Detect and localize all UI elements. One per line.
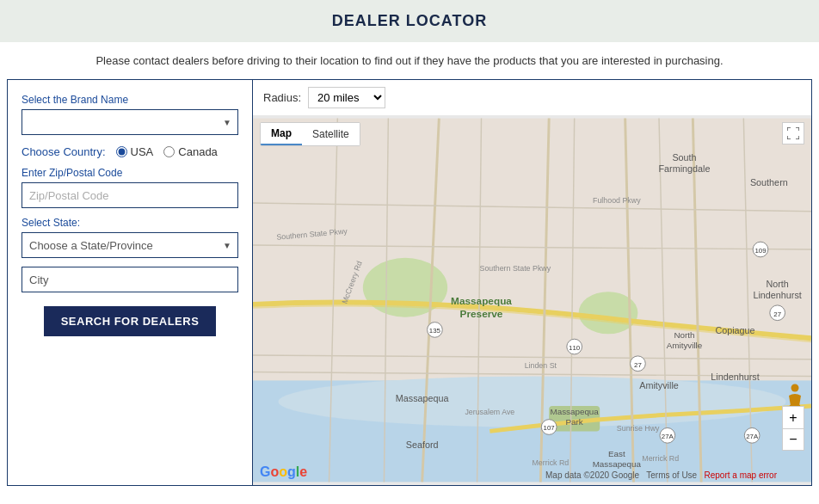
svg-text:Massapequa: Massapequa <box>551 407 600 416</box>
radius-bar: Radius: 5 miles 10 miles 20 miles 50 mil… <box>253 80 811 115</box>
brand-select[interactable] <box>22 109 238 135</box>
svg-text:Seaford: Seaford <box>406 439 439 450</box>
svg-text:Amityville: Amityville <box>667 341 703 350</box>
brand-select-wrapper: ▼ <box>22 109 238 135</box>
fullscreen-icon <box>787 127 799 139</box>
brand-label: Select the Brand Name <box>22 94 238 106</box>
svg-text:Merrick Rd: Merrick Rd <box>642 454 679 463</box>
country-canada-radio[interactable] <box>163 146 175 157</box>
country-usa-label: USA <box>131 145 154 158</box>
svg-text:27: 27 <box>773 310 781 318</box>
state-select[interactable]: Choose a State/Province Alabama Alaska A… <box>22 232 238 258</box>
map-container: Map Satellite <box>253 115 811 485</box>
svg-text:North: North <box>766 279 788 289</box>
state-label: Select State: <box>22 217 238 229</box>
svg-text:Jerusalem Ave: Jerusalem Ave <box>465 408 514 416</box>
svg-text:Preserve: Preserve <box>460 308 503 320</box>
state-select-wrapper: Choose a State/Province Alabama Alaska A… <box>22 232 238 258</box>
svg-text:Massapequa: Massapequa <box>396 393 449 403</box>
svg-text:Copiague: Copiague <box>715 325 754 335</box>
svg-text:110: 110 <box>569 344 581 352</box>
svg-point-5 <box>279 377 786 427</box>
subtitle: Please contact dealers before driving to… <box>0 42 819 79</box>
svg-text:Southern: Southern <box>750 177 788 187</box>
svg-text:North: North <box>674 330 694 340</box>
city-input[interactable] <box>22 267 238 292</box>
zoom-controls: + − <box>782 406 804 451</box>
right-panel: Radius: 5 miles 10 miles 20 miles 50 mil… <box>253 80 811 485</box>
svg-text:Massapequa: Massapequa <box>451 295 512 307</box>
map-toggle: Map Satellite <box>260 122 360 146</box>
map-tab-map[interactable]: Map <box>261 123 302 145</box>
svg-text:109: 109 <box>754 247 766 255</box>
map-data-text: Map data ©2020 Google <box>545 470 639 480</box>
svg-text:Southern State Pkwy: Southern State Pkwy <box>480 264 551 273</box>
svg-text:Amityville: Amityville <box>639 380 679 390</box>
svg-text:27: 27 <box>634 361 642 369</box>
svg-text:Park: Park <box>566 417 583 427</box>
zoom-in-button[interactable]: + <box>782 406 804 428</box>
svg-point-0 <box>791 384 799 392</box>
fullscreen-button[interactable] <box>782 122 804 144</box>
svg-text:Merrick Rd: Merrick Rd <box>533 458 570 467</box>
main-content: Select the Brand Name ▼ Choose Country: … <box>7 79 812 486</box>
left-panel: Select the Brand Name ▼ Choose Country: … <box>8 80 253 485</box>
svg-text:East: East <box>608 449 625 458</box>
radius-select[interactable]: 5 miles 10 miles 20 miles 50 miles 100 m… <box>308 87 385 108</box>
svg-text:27A: 27A <box>746 433 759 440</box>
header-bar: DEALER LOCATOR <box>0 0 819 42</box>
svg-text:Lindenhurst: Lindenhurst <box>753 290 801 300</box>
svg-text:Linden St: Linden St <box>525 361 557 370</box>
country-usa[interactable]: USA <box>116 145 154 158</box>
svg-text:Fulhood Pkwy: Fulhood Pkwy <box>593 196 641 205</box>
svg-text:107: 107 <box>544 424 555 432</box>
country-label: Choose Country: <box>22 145 106 158</box>
zip-input[interactable] <box>22 182 238 208</box>
map-background: 135 110 27 27 109 107 27A 27A <box>253 115 811 485</box>
svg-text:South: South <box>672 152 696 163</box>
radius-label: Radius: <box>263 91 301 104</box>
svg-text:Farmingdale: Farmingdale <box>658 163 710 174</box>
map-attribution: Map data ©2020 Google Terms of Use Repor… <box>545 470 777 480</box>
country-canada[interactable]: Canada <box>163 145 218 158</box>
google-logo: Google <box>260 464 307 480</box>
svg-text:Lindenhurst: Lindenhurst <box>711 372 759 382</box>
zoom-out-button[interactable]: − <box>782 428 804 451</box>
svg-text:27A: 27A <box>662 433 674 440</box>
zip-label: Enter Zip/Postal Code <box>22 167 238 179</box>
country-canada-label: Canada <box>178 145 218 158</box>
terms-link[interactable]: Terms of Use <box>646 470 697 480</box>
report-link[interactable]: Report a map error <box>705 470 777 480</box>
search-button[interactable]: SEARCH FOR DEALERS <box>44 306 217 336</box>
country-row: Choose Country: USA Canada <box>22 145 238 158</box>
page-wrapper: DEALER LOCATOR Please contact dealers be… <box>0 0 819 486</box>
page-title: DEALER LOCATOR <box>0 12 819 30</box>
svg-text:Sunrise Hwy: Sunrise Hwy <box>617 424 660 433</box>
svg-text:Massapequa: Massapequa <box>593 459 642 469</box>
map-tab-satellite[interactable]: Satellite <box>302 123 360 145</box>
svg-text:135: 135 <box>429 327 441 335</box>
country-usa-radio[interactable] <box>116 146 127 157</box>
